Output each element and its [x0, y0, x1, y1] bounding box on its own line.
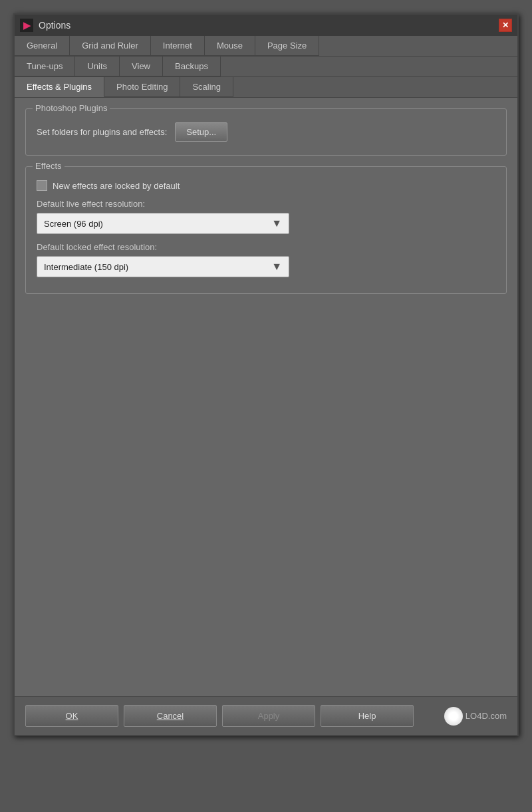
title-bar-left: ▶ Options: [20, 19, 70, 32]
locked-checkbox-label: New effects are locked by default: [53, 181, 180, 191]
locked-resolution-row: Default locked effect resolution: Interm…: [37, 242, 495, 277]
setup-row: Set folders for plugins and effects: Set…: [37, 122, 495, 142]
tab-scaling[interactable]: Scaling: [180, 77, 233, 97]
locked-resolution-value: Intermediate (150 dpi): [44, 262, 128, 272]
live-resolution-row: Default live effect resolution: Screen (…: [37, 199, 495, 234]
tab-page-size[interactable]: Page Size: [255, 36, 319, 56]
help-button[interactable]: Help: [321, 705, 414, 727]
apply-button[interactable]: Apply: [222, 705, 315, 727]
live-resolution-arrow: ▼: [271, 217, 282, 229]
live-resolution-label: Default live effect resolution:: [37, 199, 495, 209]
tab-units[interactable]: Units: [75, 57, 120, 76]
watermark-icon: [444, 707, 463, 726]
tabs-container: General Grid and Ruler Internet Mouse Pa…: [15, 36, 517, 98]
locked-checkbox[interactable]: [37, 180, 47, 191]
tabs-row-2: Tune-ups Units View Backups: [15, 57, 517, 77]
effects-section: Effects New effects are locked by defaul…: [25, 166, 507, 294]
tab-tune-ups[interactable]: Tune-ups: [15, 57, 75, 76]
tab-view[interactable]: View: [120, 57, 163, 76]
window-title: Options: [39, 20, 70, 31]
title-bar: ▶ Options ✕: [15, 15, 517, 36]
setup-button[interactable]: Setup...: [175, 122, 227, 142]
tab-internet[interactable]: Internet: [151, 36, 205, 56]
plugins-description: Set folders for plugins and effects:: [37, 127, 167, 137]
tab-mouse[interactable]: Mouse: [205, 36, 255, 56]
watermark: LO4D.com: [444, 705, 507, 727]
watermark-text: LO4D.com: [466, 711, 507, 721]
locked-resolution-arrow: ▼: [271, 261, 282, 273]
locked-resolution-label: Default locked effect resolution:: [37, 242, 495, 252]
locked-checkbox-row: New effects are locked by default: [37, 180, 495, 191]
effects-content: New effects are locked by default Defaul…: [37, 180, 495, 277]
tab-effects-plugins[interactable]: Effects & Plugins: [15, 77, 104, 97]
locked-resolution-dropdown[interactable]: Intermediate (150 dpi) ▼: [37, 256, 289, 277]
live-resolution-dropdown[interactable]: Screen (96 dpi) ▼: [37, 213, 289, 234]
photoshop-plugins-section: Photoshop Plugins Set folders for plugin…: [25, 108, 507, 156]
tabs-row-3: Effects & Plugins Photo Editing Scaling: [15, 77, 517, 98]
app-icon: ▶: [20, 19, 33, 32]
photoshop-plugins-label: Photoshop Plugins: [33, 103, 110, 113]
close-button[interactable]: ✕: [499, 19, 512, 32]
live-resolution-value: Screen (96 dpi): [44, 219, 103, 229]
effects-label: Effects: [33, 161, 65, 171]
photoshop-plugins-content: Set folders for plugins and effects: Set…: [37, 122, 495, 142]
tab-general[interactable]: General: [15, 36, 70, 56]
options-window: ▶ Options ✕ General Grid and Ruler Inter…: [13, 13, 519, 736]
tab-backups[interactable]: Backups: [163, 57, 221, 76]
cancel-button[interactable]: Cancel: [124, 705, 217, 727]
bottom-bar: OK Cancel Apply Help LO4D.com: [15, 696, 517, 735]
tab-photo-editing[interactable]: Photo Editing: [104, 77, 180, 97]
tabs-row-1: General Grid and Ruler Internet Mouse Pa…: [15, 36, 517, 57]
ok-button[interactable]: OK: [25, 705, 118, 727]
tab-grid-ruler[interactable]: Grid and Ruler: [70, 36, 151, 56]
content-area: Photoshop Plugins Set folders for plugin…: [15, 98, 517, 696]
